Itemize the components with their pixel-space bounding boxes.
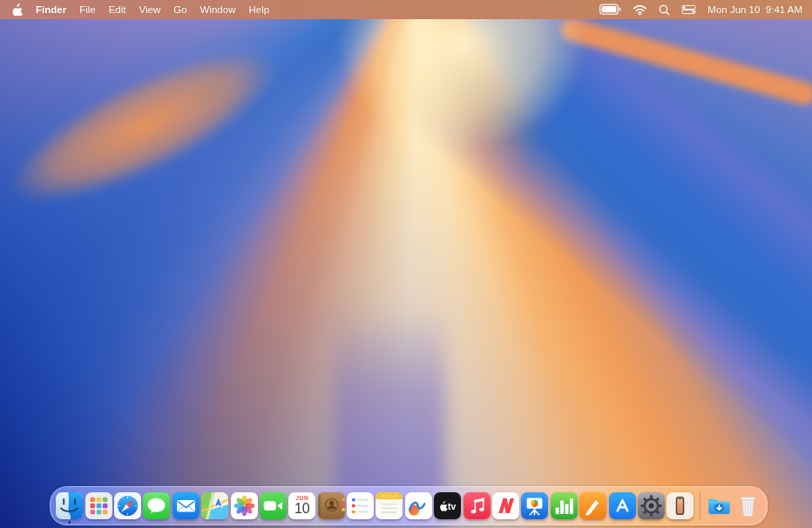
app-store-icon — [609, 492, 636, 519]
wallpaper-sun-glow — [288, 0, 636, 192]
dock-item-pages[interactable] — [579, 487, 607, 525]
numbers-icon — [551, 492, 578, 519]
apple-logo-icon — [12, 3, 23, 16]
safari-icon — [114, 492, 141, 519]
menu-help[interactable]: Help — [248, 4, 269, 15]
wifi-icon[interactable] — [633, 4, 647, 16]
running-indicator — [68, 521, 71, 525]
dock-item-facetime[interactable] — [259, 487, 288, 525]
menu-file[interactable]: File — [79, 4, 96, 15]
dock-item-messages[interactable] — [142, 487, 171, 525]
dock-item-finder[interactable] — [55, 487, 84, 525]
downloads-folder-icon — [706, 492, 733, 519]
calendar-day: 10 — [294, 502, 310, 516]
dock-item-music[interactable] — [462, 487, 491, 525]
dock-item-trash[interactable] — [734, 487, 762, 525]
facetime-icon — [260, 492, 287, 519]
dock-item-safari[interactable] — [113, 487, 142, 525]
maps-icon — [201, 492, 228, 519]
photos-icon — [231, 492, 258, 519]
keynote-icon — [521, 492, 548, 519]
music-icon — [464, 492, 491, 519]
dock-item-calendar[interactable]: JUN 10 — [288, 487, 316, 525]
menu-app-name[interactable]: Finder — [36, 4, 66, 15]
messages-icon — [143, 492, 170, 519]
apple-menu[interactable] — [12, 3, 23, 16]
dock: JUN 10 — [50, 486, 768, 525]
calendar-icon: JUN 10 — [288, 492, 315, 519]
menu-clock[interactable]: Mon Jun 10 9:41 AM — [707, 4, 802, 15]
dock-item-app-store[interactable] — [607, 487, 636, 525]
dock-item-keynote[interactable] — [520, 487, 549, 525]
dock-item-notes[interactable] — [375, 487, 403, 525]
dock-item-contacts[interactable] — [317, 487, 346, 525]
menu-window[interactable]: Window — [200, 4, 236, 15]
dock-item-freeform[interactable] — [404, 487, 433, 525]
notes-icon — [376, 492, 403, 519]
dock-item-downloads[interactable] — [705, 487, 734, 525]
battery-icon[interactable] — [599, 3, 621, 16]
dock-item-news[interactable] — [491, 487, 520, 525]
trash-icon — [734, 492, 761, 519]
finder-icon — [56, 492, 83, 519]
dock-item-system-settings[interactable] — [637, 487, 666, 525]
dock-item-reminders[interactable] — [346, 487, 375, 525]
menu-view[interactable]: View — [139, 4, 161, 15]
menu-bar: Finder File Edit View Go Window Help Mon… — [0, 0, 812, 19]
dock-item-mail[interactable] — [172, 487, 200, 525]
system-settings-icon — [638, 492, 665, 519]
dock-item-launchpad[interactable] — [84, 487, 112, 525]
news-icon — [492, 492, 519, 519]
launchpad-icon — [85, 492, 112, 519]
dock-item-photos[interactable] — [229, 487, 258, 525]
mail-icon — [173, 492, 200, 519]
reminders-icon — [347, 492, 374, 519]
dock-item-apple-tv[interactable]: tv — [433, 487, 462, 525]
apple-tv-icon: tv — [434, 492, 461, 519]
dock-item-numbers[interactable] — [550, 487, 579, 525]
pages-icon — [579, 492, 606, 519]
dock-divider — [695, 487, 705, 525]
iphone-mirroring-icon — [667, 492, 694, 519]
dock-item-maps[interactable] — [200, 487, 229, 525]
freeform-icon — [405, 492, 432, 519]
menu-edit[interactable]: Edit — [109, 4, 126, 15]
menu-go[interactable]: Go — [173, 4, 186, 15]
search-icon[interactable] — [659, 4, 670, 16]
desktop: Finder File Edit View Go Window Help Mon… — [0, 0, 812, 528]
tv-label: tv — [448, 502, 456, 511]
dock-item-iphone-mirroring[interactable] — [666, 487, 694, 525]
control-center-icon[interactable] — [681, 4, 696, 15]
contacts-icon — [318, 492, 345, 519]
